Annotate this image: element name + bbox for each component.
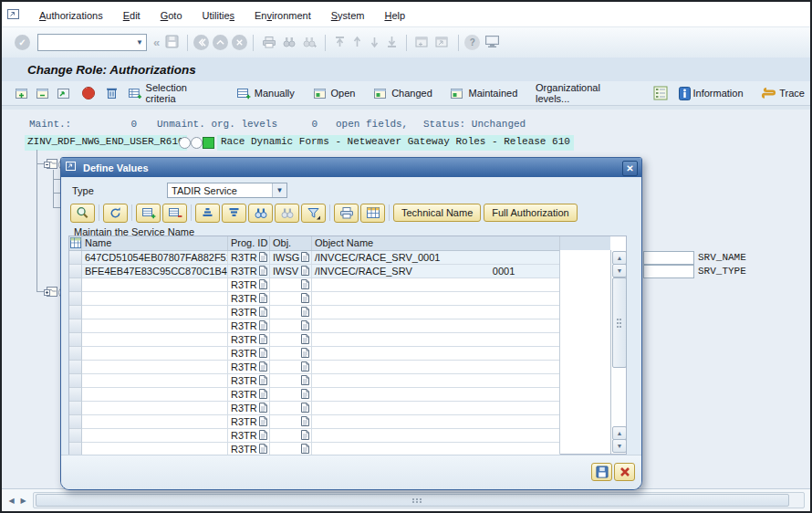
cell-obj[interactable]: IWSV [270, 265, 312, 278]
value-help-icon[interactable] [301, 444, 309, 455]
cell-obj[interactable] [270, 292, 312, 306]
value-help-icon[interactable] [259, 266, 267, 277]
value-help-icon[interactable] [301, 252, 309, 264]
table-row[interactable]: 647CD51054EB07807FA882F5125B6F R3TR IWSG… [69, 251, 560, 265]
cell-obj[interactable] [270, 388, 312, 402]
filter-button[interactable] [301, 204, 326, 223]
save-button[interactable] [591, 463, 612, 481]
row-selector[interactable] [69, 278, 82, 292]
collapse-all-button[interactable] [36, 87, 51, 100]
cell-object-name[interactable] [312, 415, 560, 429]
cell-prog-id[interactable]: R3TR [228, 292, 270, 306]
cell-object-name[interactable] [312, 388, 560, 402]
cell-object-name[interactable] [312, 429, 560, 443]
hscroll-track[interactable] [33, 492, 805, 508]
table-row[interactable]: R3TR [69, 306, 560, 319]
row-selector[interactable] [69, 306, 82, 319]
row-selector[interactable] [69, 361, 82, 374]
cell-prog-id[interactable]: R3TR [228, 306, 270, 319]
value-help-icon[interactable] [301, 403, 309, 414]
value-help-icon[interactable] [259, 416, 267, 428]
cell-object-name[interactable] [312, 347, 560, 361]
cell-name[interactable] [82, 374, 228, 388]
value-help-icon[interactable] [301, 389, 309, 401]
row-selector[interactable] [69, 388, 82, 402]
command-field[interactable]: ▼ [37, 34, 147, 51]
cell-name[interactable] [82, 402, 228, 415]
cell-name[interactable] [82, 333, 228, 347]
cell-prog-id[interactable]: R3TR [228, 429, 270, 443]
cell-prog-id[interactable]: R3TR [228, 347, 270, 361]
scroll-page-up-icon[interactable]: ▲ [612, 426, 627, 440]
menu-edit[interactable]: Edit [113, 8, 151, 23]
dialog-close-icon[interactable]: ✕ [622, 161, 638, 176]
enter-check-icon[interactable]: ✓ [15, 35, 30, 50]
column-header-object-name[interactable]: Object Name [312, 236, 560, 250]
cell-name[interactable] [82, 388, 228, 402]
value-help-icon[interactable] [301, 375, 309, 387]
value-help-icon[interactable] [259, 320, 267, 332]
table-config-icon[interactable] [69, 236, 82, 250]
table-row[interactable]: R3TR [69, 415, 560, 429]
selection-criteria-button[interactable]: Selection criteria [128, 82, 218, 104]
cell-obj[interactable] [270, 347, 312, 361]
value-help-icon[interactable] [301, 279, 309, 291]
value-help-icon[interactable] [259, 375, 267, 387]
scroll-up-icon[interactable]: ▲ [612, 251, 627, 265]
sort-ascending-button[interactable] [195, 204, 220, 223]
expand-all-button[interactable] [15, 87, 30, 100]
cell-prog-id[interactable]: R3TR [228, 374, 270, 388]
insert-row-button[interactable] [136, 204, 161, 223]
table-view-button[interactable] [360, 204, 385, 223]
cell-name[interactable] [82, 306, 228, 319]
scroll-left-icon[interactable]: ◀ [5, 494, 17, 508]
value-help-icon[interactable] [301, 266, 309, 277]
row-selector[interactable] [69, 374, 82, 388]
scrollbar-thumb[interactable] [612, 277, 627, 368]
value-help-icon[interactable] [301, 430, 309, 442]
organizational-levels-button[interactable]: Organizational levels... [536, 82, 635, 104]
folder-open-icon[interactable] [44, 158, 57, 172]
close-button[interactable] [614, 463, 635, 481]
cell-obj[interactable]: IWSG [270, 251, 312, 265]
cell-prog-id[interactable]: R3TR [228, 361, 270, 374]
cell-prog-id[interactable]: R3TR [228, 402, 270, 415]
value-help-icon[interactable] [301, 334, 309, 346]
cell-obj[interactable] [270, 402, 312, 415]
command-input[interactable] [38, 36, 133, 49]
cell-object-name[interactable] [312, 333, 560, 347]
row-selector[interactable] [69, 402, 82, 415]
value-help-icon[interactable] [259, 348, 267, 360]
value-help-icon[interactable] [301, 361, 309, 373]
column-header-obj[interactable]: Obj. [270, 236, 312, 250]
cell-obj[interactable] [270, 415, 312, 429]
table-row[interactable]: R3TR [69, 388, 560, 402]
table-row[interactable]: R3TR [69, 292, 560, 306]
role-id[interactable]: ZINV_RDF_NWG_END_USER_R610 [25, 135, 187, 151]
delete-row-button[interactable] [162, 204, 187, 223]
table-vertical-scrollbar[interactable]: ▲ ▼ ▲ ▼ [610, 250, 626, 454]
cell-object-name[interactable]: /INVCEC/RACE_SRV_0001 [312, 251, 560, 265]
sort-descending-button[interactable] [222, 204, 246, 223]
generate-icon[interactable] [81, 86, 96, 100]
cell-prog-id[interactable]: R3TR [228, 265, 270, 278]
cell-obj[interactable] [270, 333, 312, 347]
table-row[interactable]: R3TR [69, 347, 560, 361]
cell-obj[interactable] [270, 278, 312, 292]
value-help-icon[interactable] [259, 307, 267, 319]
scroll-page-down-icon[interactable]: ▼ [612, 439, 627, 453]
technical-name-button[interactable]: Technical Name [393, 204, 481, 222]
value-help-icon[interactable] [259, 389, 267, 401]
cell-object-name[interactable]: /INVCEC/RACE_SRV0001 [312, 265, 560, 278]
cell-name[interactable] [82, 292, 228, 306]
cell-object-name[interactable] [312, 361, 560, 374]
cell-name[interactable] [82, 415, 228, 429]
find-next-entry-button[interactable] [275, 204, 299, 223]
folder-closed-icon[interactable] [44, 286, 57, 299]
cell-object-name[interactable] [312, 278, 560, 292]
maintained-button[interactable]: Maintained [450, 87, 517, 100]
print-list-button[interactable] [334, 204, 359, 223]
cell-prog-id[interactable]: R3TR [228, 251, 270, 265]
value-help-icon[interactable] [259, 430, 267, 442]
cell-obj[interactable] [270, 361, 312, 374]
